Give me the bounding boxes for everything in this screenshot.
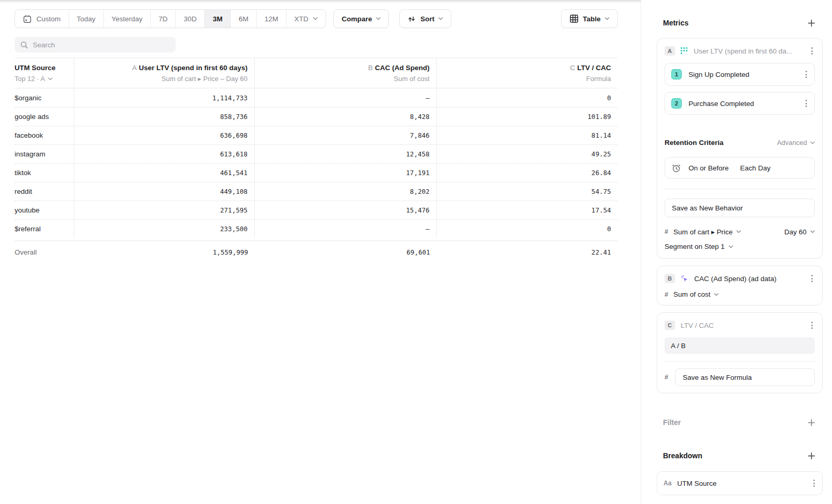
- compare-button[interactable]: Compare: [333, 9, 389, 28]
- metrics-section-header: Metrics: [663, 18, 816, 28]
- property-label: Sum of cart ▸ Price: [673, 228, 733, 236]
- property-dropdown[interactable]: Sum of cart ▸ Price: [673, 228, 741, 236]
- breakdown-property-label: UTM Source: [677, 480, 805, 487]
- step-row-2[interactable]: 2 Purchase Completed: [665, 92, 815, 115]
- add-filter-button[interactable]: [807, 418, 816, 428]
- row-value-a: 1,114,733: [74, 88, 255, 107]
- add-breakdown-button[interactable]: [807, 451, 816, 461]
- column-header-a[interactable]: AUser LTV (spend in first 60 days) Sum o…: [74, 58, 255, 88]
- step-menu-button[interactable]: [803, 98, 809, 109]
- alarm-clock-icon: [671, 163, 681, 173]
- metric-title[interactable]: LTV / CAC: [681, 322, 803, 329]
- advanced-dropdown[interactable]: Advanced: [777, 139, 815, 147]
- date-range-label: XTD: [294, 15, 308, 23]
- day-window-dropdown[interactable]: Day 60: [784, 228, 815, 236]
- chevron-down-icon: [714, 293, 719, 296]
- table-row[interactable]: reddit 449,108 8,202 54.75: [15, 182, 618, 201]
- row-value-c: 0: [437, 88, 618, 107]
- numeric-hash-icon: #: [665, 228, 668, 235]
- sort-arrows-icon: [408, 15, 416, 23]
- date-range-7d[interactable]: 7D: [151, 10, 176, 28]
- table-grid-icon: [569, 14, 579, 23]
- chevron-down-icon: [376, 17, 381, 20]
- plus-icon: [808, 19, 815, 27]
- metric-menu-button[interactable]: [809, 46, 815, 56]
- search-input[interactable]: [33, 41, 170, 49]
- table-header-row: UTM Source Top 12 · A AUser LTV (spend i…: [15, 58, 618, 88]
- column-header-utm-source[interactable]: UTM Source Top 12 · A: [15, 58, 74, 88]
- chevron-down-icon: [729, 245, 733, 248]
- save-formula-label: Save as New Formula: [683, 374, 752, 381]
- table-row[interactable]: $referral 233,500 – 0: [15, 219, 618, 238]
- segment-on-step-dropdown[interactable]: Segment on Step 1: [665, 243, 733, 250]
- metric-title[interactable]: CAC (Ad Spend) (ad data): [694, 275, 803, 283]
- source-header-dropdown[interactable]: Top 12 · A: [15, 75, 70, 83]
- each-day-dropdown[interactable]: Each Day: [740, 164, 771, 172]
- column-header-b[interactable]: BCAC (Ad Spend) Sum of cost: [255, 58, 437, 88]
- date-range-label: 30D: [184, 15, 197, 23]
- date-range-xtd[interactable]: XTD: [287, 10, 326, 28]
- add-metric-button[interactable]: [807, 18, 816, 28]
- metric-card-a: A User LTV (spend in first 60 da... 1 Si…: [657, 38, 823, 259]
- row-source: youtube: [15, 201, 74, 219]
- table-row[interactable]: instagram 613,618 12,458 49.25: [15, 144, 618, 163]
- table-row[interactable]: youtube 271,595 15,476 17.54: [15, 201, 618, 219]
- metric-menu-button[interactable]: [809, 273, 815, 284]
- chevron-down-icon: [313, 17, 318, 20]
- breakdown-menu-button[interactable]: [811, 478, 817, 488]
- chevron-down-icon: [736, 230, 741, 233]
- save-behavior-label: Save as New Behavior: [672, 204, 743, 212]
- date-range-30d[interactable]: 30D: [176, 10, 205, 28]
- table-row[interactable]: $organic 1,114,733 – 0: [15, 88, 618, 107]
- row-value-c: 54.75: [437, 182, 618, 201]
- retention-timing-row[interactable]: On or Before Each Day: [665, 157, 815, 179]
- row-value-b: –: [255, 220, 437, 238]
- search-box[interactable]: [15, 37, 176, 52]
- date-range-yesterday[interactable]: Yesterday: [104, 10, 151, 28]
- table-row[interactable]: facebook 636,698 7,846 81.14: [15, 126, 618, 144]
- metric-letter-badge: B: [665, 274, 675, 283]
- formula-input[interactable]: A / B: [665, 337, 815, 354]
- step-row-1[interactable]: 1 Sign Up Completed: [665, 63, 815, 86]
- chevron-down-icon: [48, 77, 53, 81]
- overall-label: Overall: [15, 241, 74, 263]
- column-title: LTV / CAC: [577, 64, 611, 72]
- save-behavior-button[interactable]: Save as New Behavior: [665, 198, 815, 217]
- sort-button[interactable]: Sort: [399, 9, 451, 28]
- date-range-today[interactable]: Today: [69, 10, 104, 28]
- column-title: CAC (Ad Spend): [375, 64, 430, 72]
- segment-row: Segment on Step 1: [665, 243, 815, 250]
- metric-letter-badge: A: [665, 46, 675, 56]
- sort-label: Sort: [420, 15, 434, 23]
- metric-title[interactable]: User LTV (spend in first 60 da...: [694, 47, 803, 55]
- metric-letter-badge: C: [665, 321, 675, 330]
- view-type-button[interactable]: Table: [561, 9, 618, 28]
- string-property-type-icon: Aa: [664, 480, 671, 487]
- date-range-12m[interactable]: 12M: [257, 10, 287, 28]
- metric-menu-button[interactable]: [809, 320, 815, 330]
- source-subheader-label: Top 12 · A: [15, 75, 45, 83]
- row-value-c: 17.54: [437, 201, 618, 219]
- date-range-6m[interactable]: 6M: [231, 10, 257, 28]
- row-source: google ads: [15, 108, 74, 126]
- on-or-before-dropdown[interactable]: On or Before: [688, 164, 729, 172]
- chevron-down-icon: [605, 17, 609, 20]
- save-formula-button[interactable]: Save as New Formula: [675, 368, 815, 386]
- table-row[interactable]: google ads 858,736 8,428 101.89: [15, 107, 618, 126]
- table-row[interactable]: tiktok 461,541 17,191 26.84: [15, 163, 618, 182]
- date-range-custom[interactable]: Custom: [15, 10, 69, 28]
- column-header-c[interactable]: CLTV / CAC Formula: [437, 58, 618, 88]
- plus-icon: [808, 452, 815, 460]
- day-window-label: Day 60: [784, 228, 807, 236]
- row-value-a: 636,698: [74, 126, 255, 144]
- property-dropdown[interactable]: Sum of cost: [673, 290, 719, 298]
- step-menu-button[interactable]: [803, 69, 809, 79]
- query-builder-sidebar: Metrics A User LTV (spend in first 60 da…: [641, 0, 832, 504]
- property-label: Sum of cost: [673, 290, 710, 298]
- column-key: B: [368, 64, 373, 72]
- column-subtitle: Sum of cost: [255, 75, 430, 83]
- breakdown-item-utm-source[interactable]: Aa UTM Source: [657, 471, 823, 495]
- date-range-3m-selected[interactable]: 3M: [205, 10, 231, 28]
- row-source: $organic: [15, 88, 74, 107]
- breakdown-section-header: Breakdown: [663, 450, 816, 461]
